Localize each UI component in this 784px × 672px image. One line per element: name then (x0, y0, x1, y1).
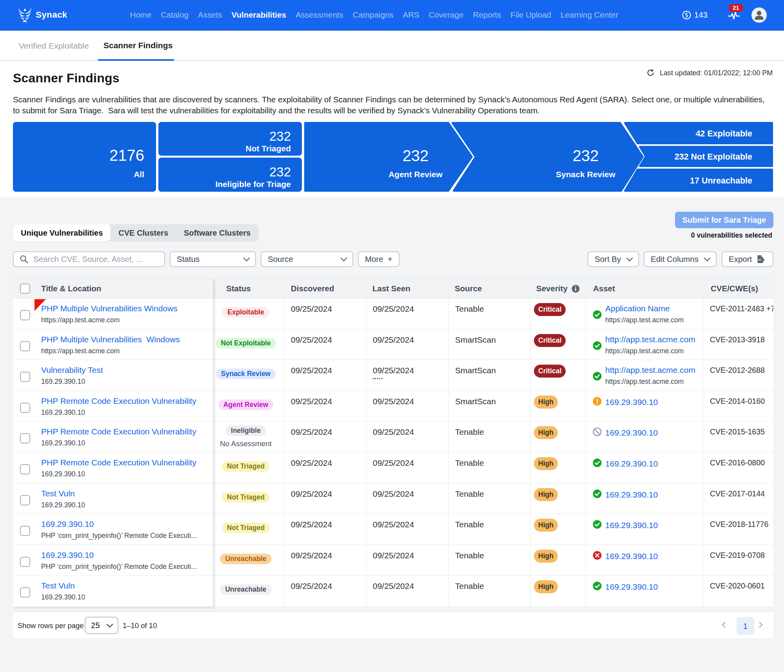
svg-text:Ineligible for Triage: Ineligible for Triage (215, 180, 291, 189)
svg-text:232: 232 (269, 129, 291, 143)
svg-text:232 Not Exploitable: 232 Not Exploitable (675, 152, 752, 162)
svg-text:All: All (134, 170, 144, 179)
svg-text:232: 232 (573, 147, 599, 164)
svg-text:232: 232 (403, 147, 429, 164)
svg-text:Not Triaged: Not Triaged (245, 144, 291, 153)
svg-text:232: 232 (269, 165, 291, 179)
svg-text:2176: 2176 (109, 147, 144, 164)
svg-text:Synack Review: Synack Review (556, 170, 615, 179)
svg-text:17 Unreachable: 17 Unreachable (690, 176, 752, 185)
svg-text:Agent Review: Agent Review (388, 170, 443, 179)
svg-text:42 Exploitable: 42 Exploitable (695, 129, 752, 138)
